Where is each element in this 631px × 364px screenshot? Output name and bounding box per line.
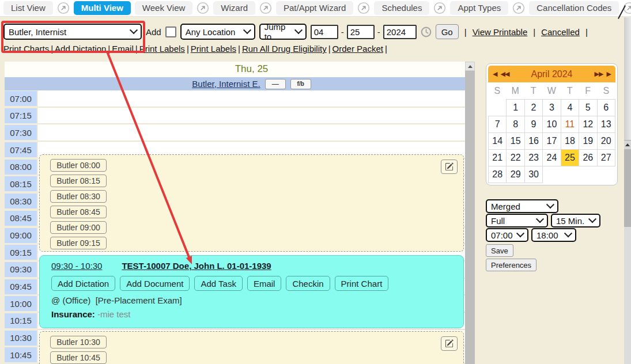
density-select[interactable]: Full <box>486 214 548 227</box>
calendar-day-1[interactable]: 1 <box>506 99 524 116</box>
collapse-column-button[interactable]: — <box>265 79 286 89</box>
tab-week-view[interactable]: Week View <box>135 1 192 15</box>
calendar-day-11[interactable]: 11 <box>561 116 579 133</box>
scrollbar-thumb[interactable] <box>624 149 631 227</box>
edit-schedule-button[interactable] <box>441 160 458 174</box>
appointment-card[interactable]: 09:30 - 10:30 TEST-10007 Doe, John L. 01… <box>39 255 464 328</box>
calendar-day-9[interactable]: 9 <box>524 116 543 133</box>
open-slot-button[interactable]: Butler 08:30 <box>50 190 107 203</box>
calendar-day-20[interactable]: 20 <box>597 132 615 150</box>
provider-column-link[interactable]: Butler, Internist E. <box>192 79 260 89</box>
scrollbar-thumb[interactable] <box>465 71 475 364</box>
calendar-day-28[interactable]: 28 <box>488 166 507 183</box>
calendar-day-3[interactable]: 3 <box>542 99 561 116</box>
calendar-day-10[interactable]: 10 <box>542 116 561 133</box>
calendar-day-26[interactable]: 26 <box>579 149 597 166</box>
clock-icon[interactable] <box>421 26 432 37</box>
external-link-icon[interactable] <box>197 2 209 14</box>
add-document-button[interactable]: Add Document <box>120 276 190 291</box>
calendar-day-2[interactable]: 2 <box>524 99 543 116</box>
external-link-icon[interactable] <box>57 2 70 14</box>
page-scrollbar[interactable] <box>624 17 631 364</box>
add-dictation-link[interactable]: Add Dictation <box>55 44 106 54</box>
open-slot-button[interactable]: Butler 10:30 <box>50 336 107 348</box>
open-slot-button[interactable]: Butler 09:15 <box>50 237 107 249</box>
calendar-day-27[interactable]: 27 <box>597 149 615 166</box>
calendar-day-24[interactable]: 24 <box>542 149 561 166</box>
end-time-select[interactable]: 18:00 <box>531 228 576 242</box>
tab-wizard[interactable]: Wizard <box>213 1 255 15</box>
scroll-up-button[interactable] <box>624 140 631 150</box>
scroll-up-button[interactable] <box>465 62 475 71</box>
merge-mode-select[interactable]: Merged <box>486 199 558 213</box>
add-dictation-button[interactable]: Add Dictation <box>51 276 115 291</box>
preferences-button[interactable]: Preferences <box>486 259 536 271</box>
calendar-day-21[interactable]: 21 <box>488 149 507 166</box>
provider-select[interactable]: Butler, Internist <box>3 24 142 40</box>
appointment-patient-link[interactable]: TEST-10007 Doe, John L. 01-01-1939 <box>122 261 271 271</box>
calendar-next-year-icon[interactable]: ▶ <box>607 70 611 78</box>
calendar-day-12[interactable]: 12 <box>579 116 597 133</box>
external-link-icon[interactable] <box>259 2 272 14</box>
calendar-day-23[interactable]: 23 <box>524 149 543 166</box>
checkin-button[interactable]: Checkin <box>286 276 330 291</box>
date-month-input[interactable]: 04 <box>311 25 338 39</box>
run-all-drug-eligibility-link[interactable]: Run All Drug Eligibility <box>242 44 327 54</box>
add-task-button[interactable]: Add Task <box>194 276 242 291</box>
calendar-day-30[interactable]: 30 <box>524 166 543 183</box>
calendar-prev-year-icon[interactable]: ◀ <box>493 70 497 78</box>
open-slot-button[interactable]: Butler 08:00 <box>50 159 107 172</box>
print-labels-link[interactable]: Print Labels <box>191 44 236 54</box>
calendar-day-29[interactable]: 29 <box>506 166 524 183</box>
tab-pat-appt-wizard[interactable]: Pat/Appt Wizard <box>276 1 353 15</box>
external-link-icon[interactable] <box>357 2 370 14</box>
interval-select[interactable]: 15 Min. <box>551 214 600 227</box>
print-charts-link[interactable]: Print Charts <box>3 44 49 54</box>
view-printable-link[interactable]: View Printable <box>473 27 528 37</box>
calendar-day-17[interactable]: 17 <box>542 132 561 150</box>
tab-schedules[interactable]: Schedules <box>374 1 429 15</box>
jump-to-select[interactable]: Jump to <box>259 24 307 40</box>
calendar-day-5[interactable]: 5 <box>579 99 597 116</box>
external-link-icon[interactable] <box>512 2 525 14</box>
tab-cancellation-codes[interactable]: Cancellation Codes <box>529 1 619 15</box>
front-back-button[interactable]: f/b <box>290 79 311 89</box>
schedule-cell[interactable] <box>38 90 465 108</box>
calendar-day-19[interactable]: 19 <box>579 132 597 150</box>
calendar-day-18[interactable]: 18 <box>561 132 579 150</box>
calendar-day-25[interactable]: 25 <box>561 149 579 166</box>
schedule-cell[interactable] <box>38 124 465 142</box>
open-slot-button[interactable]: Butler 10:45 <box>50 351 107 364</box>
external-link-icon[interactable] <box>433 2 446 14</box>
open-slot-button[interactable]: Butler 09:00 <box>50 221 107 234</box>
add-checkbox[interactable] <box>165 26 176 37</box>
open-slot-button[interactable]: Butler 08:45 <box>50 206 107 218</box>
email-button[interactable]: Email <box>247 276 282 291</box>
open-slot-button[interactable]: Butler 08:15 <box>50 175 107 187</box>
start-time-select[interactable]: 07:00 <box>486 228 528 242</box>
email-link[interactable]: Email <box>112 44 134 54</box>
calendar-day-22[interactable]: 22 <box>506 149 524 166</box>
print-labels-link[interactable]: Print Labels <box>139 44 185 54</box>
order-packet-link[interactable]: Order Packet <box>332 44 383 54</box>
date-year-input[interactable]: 2024 <box>383 25 417 39</box>
calendar-day-13[interactable]: 13 <box>597 116 615 133</box>
cancelled-link[interactable]: Cancelled <box>541 27 580 37</box>
tab-multi-view[interactable]: Multi View <box>74 1 131 15</box>
tab-appt-types[interactable]: Appt Types <box>450 1 508 15</box>
calendar-next-month-icon[interactable]: ▶▶ <box>595 70 603 78</box>
schedule-scrollbar[interactable] <box>465 62 475 364</box>
schedule-cell[interactable] <box>38 108 465 125</box>
location-select[interactable]: Any Location <box>180 24 255 40</box>
calendar-day-14[interactable]: 14 <box>488 132 507 150</box>
go-button[interactable]: Go <box>436 24 459 39</box>
calendar-day-8[interactable]: 8 <box>506 116 524 133</box>
calendar-day-16[interactable]: 16 <box>524 132 543 150</box>
edit-schedule-button[interactable] <box>441 336 458 351</box>
tab-list-view[interactable]: List View <box>3 1 53 15</box>
print-chart-button[interactable]: Print Chart <box>335 276 389 291</box>
appointment-time-link[interactable]: 09:30 - 10:30 <box>51 261 102 271</box>
calendar-day-7[interactable]: 7 <box>488 116 507 133</box>
calendar-day-15[interactable]: 15 <box>506 132 524 150</box>
calendar-prev-month-icon[interactable]: ◀◀ <box>500 70 509 78</box>
